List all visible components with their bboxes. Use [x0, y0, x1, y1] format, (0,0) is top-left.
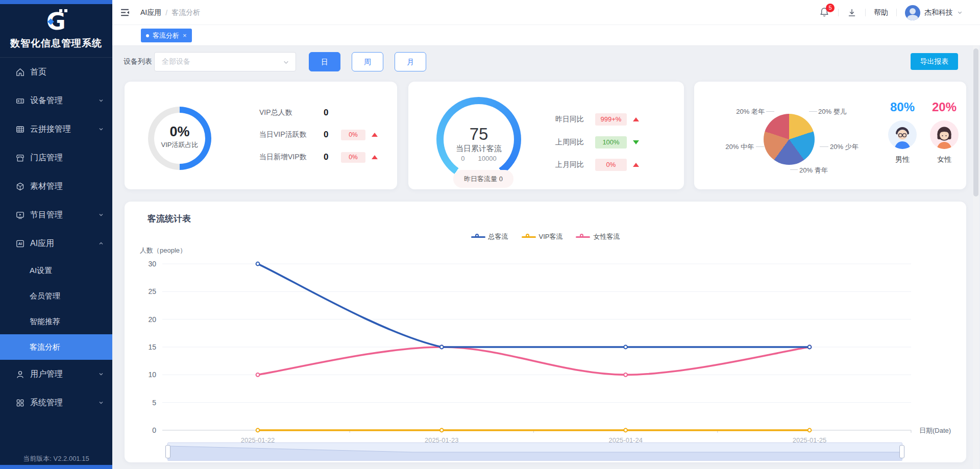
trend-down-icon	[633, 140, 639, 144]
sidebar-subitem-ai-settings[interactable]: AI设置	[0, 258, 112, 283]
sidebar-subitem-members[interactable]: 会员管理	[0, 283, 112, 309]
svg-text:5: 5	[152, 399, 156, 407]
male-stat: 80% 男性	[881, 100, 924, 164]
yesterday-traffic-pill: 昨日客流量 0	[453, 170, 513, 188]
datazoom-slider[interactable]	[167, 442, 902, 461]
datazoom-preview	[168, 443, 902, 460]
datazoom-left-handle[interactable]	[165, 445, 170, 458]
datazoom-right-handle[interactable]	[899, 445, 904, 458]
user-icon	[15, 369, 25, 379]
age-distribution-pie	[764, 114, 815, 165]
sidebar-item-label: 节目管理	[30, 210, 63, 220]
download-icon[interactable]	[847, 8, 857, 18]
period-week-button[interactable]: 周	[352, 52, 383, 71]
stat-row: 当日VIP活跃数 0 0%	[259, 129, 378, 141]
device-icon	[15, 96, 25, 106]
material-cube-icon	[15, 182, 25, 191]
divider	[838, 9, 839, 16]
version-label: 当前版本: V2.2.001.15	[0, 454, 112, 463]
pie-label-elderly: 20% 老年	[733, 107, 765, 116]
sidebar-item-label: 首页	[30, 67, 46, 78]
sidebar-item-home[interactable]: 首页	[0, 58, 112, 86]
pie-label-teen: 20% 少年	[830, 142, 859, 152]
sidebar-item-programs[interactable]: 节目管理	[0, 201, 112, 229]
sidebar-item-devices[interactable]: 设备管理	[0, 86, 112, 115]
female-percent: 20%	[923, 100, 966, 114]
stat-label: VIP总人数	[259, 108, 324, 117]
chevron-down-icon	[957, 10, 963, 15]
stat-badge: 999+%	[595, 113, 627, 126]
vip-gauge-value: 0%	[154, 124, 205, 140]
traffic-line-chart: 0510152025302025-01-222025-01-232025-01-…	[125, 202, 966, 462]
sidebar-subitem-label: AI设置	[30, 266, 52, 276]
demographics-card: 20% 婴儿 20% 少年 20% 青年 20% 中年 20% 老年 80% 男…	[694, 82, 966, 189]
sidebar-item-users[interactable]: 用户管理	[0, 360, 112, 388]
sidebar-top-accent	[0, 0, 112, 4]
help-link[interactable]: 帮助	[874, 8, 888, 17]
logo-icon: G	[42, 7, 70, 36]
trend-up-icon	[372, 155, 378, 159]
male-avatar	[888, 120, 917, 149]
sidebar-item-materials[interactable]: 素材管理	[0, 172, 112, 201]
sidebar-subitem-smart-recommend[interactable]: 智能推荐	[0, 309, 112, 334]
male-percent: 80%	[881, 100, 924, 114]
traffic-chart-card: 客流统计表 总客流 VIP客流 女性客流 0510152025302025-01…	[125, 202, 966, 462]
account-menu[interactable]: 杰和科技	[905, 5, 963, 20]
pie-leader-line	[809, 111, 817, 112]
svg-text:10: 10	[148, 371, 156, 379]
traffic-gauge-value: 75	[444, 125, 514, 144]
company-name: 杰和科技	[924, 8, 953, 17]
breadcrumb-parent[interactable]: AI应用	[140, 8, 161, 17]
chevron-down-icon	[98, 371, 104, 377]
sidebar-item-stores[interactable]: 门店管理	[0, 143, 112, 172]
stat-row: 当日新增VIP数 0 0%	[259, 151, 378, 163]
period-day-button[interactable]: 日	[309, 52, 340, 71]
pie-label-middle-age: 20% 中年	[722, 142, 754, 152]
svg-text:AI: AI	[18, 241, 22, 246]
vip-gauge-caption: VIP活跃占比	[154, 140, 205, 150]
female-stat: 20% 女性	[923, 100, 966, 164]
collapse-sidebar-icon[interactable]	[119, 7, 130, 18]
sidebar: G 数智化信息管理系统 首页 设备管理 云拼接管理 门店管理 素材管理	[0, 0, 112, 469]
tab-active-dot-icon	[146, 34, 149, 37]
sidebar-item-system[interactable]: 系统管理	[0, 388, 112, 417]
stat-badge: 100%	[595, 136, 627, 149]
svg-text:15: 15	[148, 343, 156, 351]
breadcrumb: AI应用 / 客流分析	[140, 0, 200, 25]
sidebar-item-label: 云拼接管理	[30, 124, 71, 135]
period-month-button[interactable]: 月	[395, 52, 426, 71]
chevron-down-icon	[98, 97, 104, 104]
stat-value: 0	[324, 108, 341, 118]
program-icon	[15, 210, 25, 220]
page-scrollbar-thumb[interactable]	[973, 48, 978, 196]
female-label: 女性	[923, 155, 966, 164]
svg-text:0: 0	[152, 426, 156, 434]
sidebar-bottom-accent	[0, 465, 112, 469]
main-content: 设备列表 全部设备 日 周 月 导出报表 0% VIP活跃占比 VIP总人数 0…	[112, 46, 975, 469]
export-report-button[interactable]: 导出报表	[911, 53, 958, 70]
stat-row: 上周同比 100%	[555, 136, 639, 149]
vip-stats-card: 0% VIP活跃占比 VIP总人数 0 当日VIP活跃数 0 0% 当日新增VI…	[125, 82, 397, 189]
ai-icon: AI	[15, 239, 25, 249]
device-select[interactable]: 全部设备	[154, 52, 296, 71]
tab-traffic-analysis[interactable]: 客流分析 ×	[141, 29, 192, 42]
tab-close-icon[interactable]: ×	[183, 32, 187, 39]
daily-traffic-gauge: 75 当日累计客流 0 10000	[436, 97, 521, 182]
trend-up-icon	[633, 117, 639, 121]
sidebar-subitem-traffic-analysis[interactable]: 客流分析	[0, 334, 112, 360]
sidebar-item-label: 设备管理	[30, 95, 63, 106]
pie-leader-line	[790, 169, 798, 170]
sidebar-item-cloud-splice[interactable]: 云拼接管理	[0, 115, 112, 143]
trend-up-icon	[633, 163, 639, 167]
chevron-down-icon	[98, 126, 104, 132]
notifications-button[interactable]: 5	[819, 7, 830, 19]
stat-row: VIP总人数 0	[259, 107, 341, 119]
sidebar-item-label: 用户管理	[30, 369, 63, 380]
gauge-max: 10000	[478, 155, 497, 162]
stat-label: 当日新增VIP数	[259, 153, 324, 162]
stat-row: 上月同比 0%	[555, 158, 639, 171]
sidebar-item-ai-apps[interactable]: AI AI应用	[0, 229, 112, 258]
stat-label: 当日VIP活跃数	[259, 130, 324, 139]
stat-value: 0	[324, 130, 341, 140]
svg-text:20: 20	[148, 315, 156, 324]
